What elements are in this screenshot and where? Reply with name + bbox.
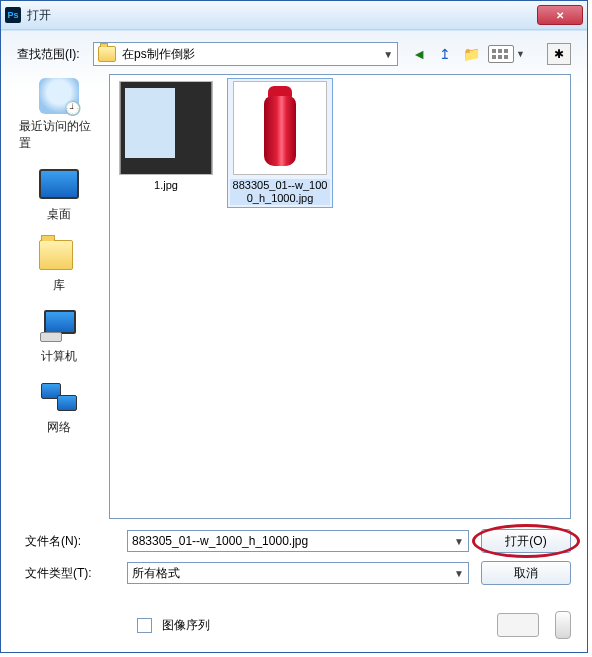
- chevron-down-icon: ▼: [454, 536, 464, 547]
- up-one-level-button[interactable]: ↥: [436, 45, 454, 63]
- image-sequence-checkbox[interactable]: [137, 618, 152, 633]
- thumbnail-image: [260, 86, 300, 170]
- filetype-value: 所有格式: [132, 565, 180, 582]
- lookin-value: 在ps制作倒影: [122, 46, 195, 63]
- network-icon: [39, 381, 79, 413]
- filename-value: 883305_01--w_1000_h_1000.jpg: [132, 534, 308, 548]
- place-libraries[interactable]: 库: [19, 237, 99, 294]
- open-button[interactable]: 打开(O): [481, 529, 571, 553]
- place-label: 库: [53, 277, 65, 294]
- new-folder-icon: 📁: [463, 46, 480, 62]
- places-bar: 最近访问的位置 桌面 库 计算机 网络: [17, 74, 101, 519]
- file-thumbnail: [119, 81, 213, 175]
- filetype-select[interactable]: 所有格式 ▼: [127, 562, 469, 584]
- desktop-icon: [39, 169, 79, 199]
- filetype-label: 文件类型(T):: [17, 565, 115, 582]
- computer-icon: [40, 310, 78, 342]
- place-desktop[interactable]: 桌面: [19, 166, 99, 223]
- file-name: 883305_01--w_1000_h_1000.jpg: [230, 179, 330, 205]
- file-size-chip: [497, 613, 539, 637]
- chevron-down-icon: ▼: [454, 568, 464, 579]
- file-thumbnail: [233, 81, 327, 175]
- close-button[interactable]: ✕: [537, 5, 583, 25]
- bookmark-button[interactable]: ✱: [547, 43, 571, 65]
- back-icon: ◄: [412, 46, 426, 62]
- image-sequence-label: 图像序列: [162, 617, 210, 634]
- app-icon: Ps: [5, 7, 21, 23]
- open-dialog: Ps 打开 ✕ 查找范围(I): 在ps制作倒影 ▼ ◄ ↥ 📁: [0, 0, 588, 653]
- bookmark-icon: ✱: [554, 47, 564, 61]
- folder-icon: [98, 46, 116, 62]
- file-item[interactable]: 883305_01--w_1000_h_1000.jpg: [228, 79, 332, 207]
- filename-input[interactable]: 883305_01--w_1000_h_1000.jpg ▼: [127, 530, 469, 552]
- window-title: 打开: [27, 7, 537, 24]
- filename-label: 文件名(N):: [17, 533, 115, 550]
- lookin-row: 查找范围(I): 在ps制作倒影 ▼ ◄ ↥ 📁 ▼: [17, 42, 571, 66]
- view-mode-button[interactable]: ▼: [488, 45, 525, 63]
- lookin-toolbar: ◄ ↥ 📁 ▼: [410, 45, 525, 63]
- view-grid-icon: [488, 45, 514, 63]
- thumbnail-image: [120, 81, 212, 175]
- place-computer[interactable]: 计算机: [19, 308, 99, 365]
- file-name: 1.jpg: [154, 179, 178, 192]
- resize-handle[interactable]: [555, 611, 571, 639]
- new-folder-button[interactable]: 📁: [462, 45, 480, 63]
- place-label: 最近访问的位置: [19, 118, 99, 152]
- lookin-select[interactable]: 在ps制作倒影 ▼: [93, 42, 398, 66]
- place-recent[interactable]: 最近访问的位置: [19, 78, 99, 152]
- place-network[interactable]: 网络: [19, 379, 99, 436]
- up-icon: ↥: [439, 46, 451, 62]
- place-label: 计算机: [41, 348, 77, 365]
- cancel-button[interactable]: 取消: [481, 561, 571, 585]
- close-icon: ✕: [556, 10, 564, 21]
- recent-icon: [39, 78, 79, 114]
- bottom-panel: 文件名(N): 883305_01--w_1000_h_1000.jpg ▼ 打…: [17, 519, 571, 645]
- place-label: 网络: [47, 419, 71, 436]
- file-item[interactable]: 1.jpg: [114, 79, 218, 194]
- titlebar: Ps 打开 ✕: [1, 1, 587, 30]
- back-button[interactable]: ◄: [410, 45, 428, 63]
- file-list-pane[interactable]: 1.jpg883305_01--w_1000_h_1000.jpg: [109, 74, 571, 519]
- chevron-down-icon: ▼: [383, 49, 393, 60]
- libraries-icon: [39, 240, 73, 270]
- place-label: 桌面: [47, 206, 71, 223]
- lookin-label: 查找范围(I):: [17, 46, 93, 63]
- chevron-down-icon: ▼: [516, 49, 525, 59]
